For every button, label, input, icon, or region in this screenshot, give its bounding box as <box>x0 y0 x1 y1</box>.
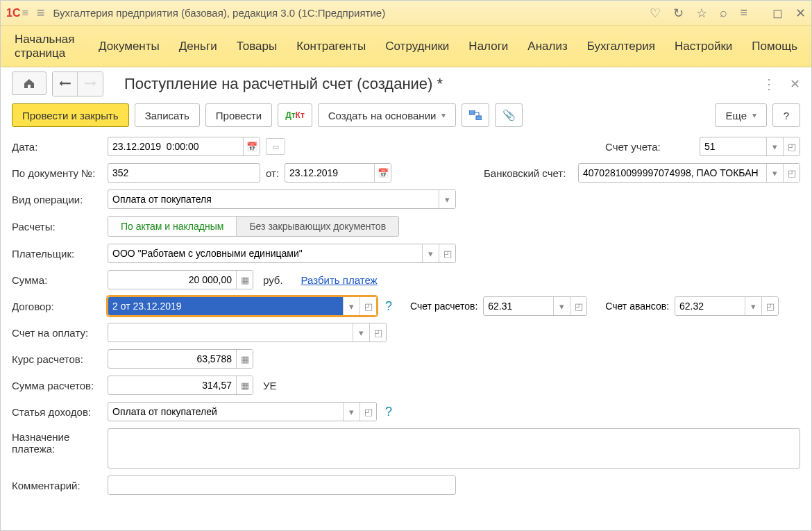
open-icon[interactable]: ◰ <box>570 297 586 315</box>
sum-field[interactable]: ▦ <box>108 270 253 289</box>
calc-icon[interactable]: ▦ <box>236 350 253 368</box>
hamburger-icon[interactable]: ≡ <box>37 5 45 21</box>
sum-input[interactable] <box>108 271 236 289</box>
command-bar: Провести и закрыть Записать Провести ДтК… <box>12 103 800 127</box>
menu-counterparties[interactable]: Контрагенты <box>296 40 366 53</box>
open-icon[interactable]: ◰ <box>369 323 386 342</box>
doc-date-field[interactable]: 📅 <box>285 163 391 183</box>
forward-button[interactable]: 🠖 <box>78 72 103 96</box>
open-icon[interactable]: ◰ <box>439 244 455 262</box>
invoice-field[interactable]: ▾ ◰ <box>108 323 387 342</box>
op-type-field[interactable]: ▾ <box>108 189 456 209</box>
open-icon[interactable]: ◰ <box>783 164 800 182</box>
account-input[interactable] <box>700 137 766 155</box>
menu-help[interactable]: Помощь <box>752 40 797 53</box>
contract-field[interactable]: ▾ ◰ <box>108 296 377 316</box>
post-button[interactable]: Провести <box>205 103 272 127</box>
search-icon[interactable]: ⌕ <box>720 6 727 20</box>
calendar-icon[interactable]: 📅 <box>374 164 391 182</box>
rate-input[interactable] <box>108 350 236 368</box>
open-icon[interactable]: ◰ <box>360 297 376 315</box>
date-input[interactable] <box>108 137 243 155</box>
doc-more-icon[interactable]: ⋮ <box>762 76 776 92</box>
star-icon[interactable]: ☆ <box>696 6 707 21</box>
bank-acct-field[interactable]: ▾ ◰ <box>578 163 800 183</box>
bell-icon[interactable]: ♡ <box>650 6 661 21</box>
related-button[interactable] <box>462 103 489 127</box>
calc-icon[interactable]: ▦ <box>236 376 253 394</box>
label-payer: Плательщик: <box>12 248 102 260</box>
dropdown-icon[interactable]: ▾ <box>343 297 360 315</box>
settle-sum-input[interactable] <box>108 376 236 394</box>
menu-start[interactable]: Начальная страница <box>15 33 79 60</box>
form: Дата: 📅 ▭ Счет учета: ▾ ◰ По документу №… <box>12 137 800 495</box>
menu-employees[interactable]: Сотрудники <box>385 40 449 53</box>
doc-close-icon[interactable]: ✕ <box>790 76 800 92</box>
save-button[interactable]: Записать <box>135 103 200 127</box>
open-icon[interactable]: ◰ <box>360 403 376 421</box>
menu-goods[interactable]: Товары <box>237 40 277 53</box>
income-item-field[interactable]: ▾ ◰ <box>108 402 377 421</box>
open-icon[interactable]: ◰ <box>783 137 800 155</box>
contract-hint-icon[interactable]: ? <box>385 299 392 314</box>
create-based-button[interactable]: Создать на основании <box>318 103 457 127</box>
dropdown-icon[interactable]: ▾ <box>766 164 783 182</box>
restore-icon[interactable]: ◻ <box>772 6 783 21</box>
dropdown-icon[interactable]: ▾ <box>422 244 439 262</box>
label-account: Счет учета: <box>605 141 694 153</box>
purpose-textarea[interactable] <box>108 428 800 469</box>
settle-acct-field[interactable]: ▾ ◰ <box>483 296 587 316</box>
account-field[interactable]: ▾ ◰ <box>700 137 800 156</box>
debit-credit-button[interactable]: ДтКт <box>278 103 312 127</box>
help-button[interactable]: ? <box>772 103 800 127</box>
dropdown-icon[interactable]: ▾ <box>553 297 570 315</box>
more-button[interactable]: Еще <box>715 103 767 127</box>
post-and-close-button[interactable]: Провести и закрыть <box>12 103 129 127</box>
close-window-icon[interactable]: ✕ <box>795 6 806 21</box>
rate-field[interactable]: ▦ <box>108 349 253 369</box>
comment-field[interactable] <box>108 475 456 495</box>
docno-input[interactable] <box>108 164 260 182</box>
dropdown-icon[interactable]: ▾ <box>766 137 783 155</box>
no-closing-option[interactable]: Без закрывающих документов <box>237 217 398 236</box>
menu-taxes[interactable]: Налоги <box>468 40 508 53</box>
advance-acct-input[interactable] <box>675 297 745 315</box>
menu-documents[interactable]: Документы <box>99 40 160 53</box>
income-hint-icon[interactable]: ? <box>385 405 392 419</box>
calc-icon[interactable]: ▦ <box>236 271 253 289</box>
op-type-input[interactable] <box>108 190 439 208</box>
contract-input[interactable] <box>108 297 343 315</box>
income-item-input[interactable] <box>108 403 343 421</box>
dropdown-icon[interactable]: ▾ <box>439 190 455 208</box>
open-icon[interactable]: ◰ <box>761 297 778 315</box>
history-icon[interactable]: ↻ <box>673 6 684 21</box>
payer-input[interactable] <box>108 244 422 262</box>
date-field[interactable]: 📅 <box>108 137 260 156</box>
calendar-icon[interactable]: 📅 <box>243 137 260 155</box>
settle-acct-input[interactable] <box>484 297 553 315</box>
dropdown-icon[interactable]: ▾ <box>343 403 360 421</box>
doc-date-input[interactable] <box>285 164 374 182</box>
menu-analysis[interactable]: Анализ <box>527 40 567 53</box>
menu-settings[interactable]: Настройки <box>675 40 732 53</box>
comment-input[interactable] <box>108 476 455 494</box>
home-button[interactable] <box>12 71 46 95</box>
label-purpose: Назначение платежа: <box>12 428 102 455</box>
back-button[interactable]: 🠔 <box>53 72 78 96</box>
menu-money[interactable]: Деньги <box>179 40 217 53</box>
payer-field[interactable]: ▾ ◰ <box>108 244 456 263</box>
sum-currency: руб. <box>263 274 283 286</box>
dropdown-icon[interactable]: ▾ <box>745 297 761 315</box>
split-payment-link[interactable]: Разбить платеж <box>301 274 378 286</box>
dropdown-icon[interactable]: ▾ <box>353 323 369 342</box>
advance-acct-field[interactable]: ▾ ◰ <box>675 296 779 316</box>
menu-accounting[interactable]: Бухгалтерия <box>587 40 655 53</box>
invoice-input[interactable] <box>108 323 353 342</box>
attachment-button[interactable]: 📎 <box>495 103 523 127</box>
docno-field[interactable] <box>108 163 260 183</box>
bank-acct-input[interactable] <box>579 164 766 182</box>
quick-entry-button[interactable]: ▭ <box>266 138 285 155</box>
filter-icon[interactable]: ≡ <box>740 6 747 20</box>
settle-sum-field[interactable]: ▦ <box>108 376 253 395</box>
by-acts-option[interactable]: По актам и накладным <box>108 217 237 236</box>
